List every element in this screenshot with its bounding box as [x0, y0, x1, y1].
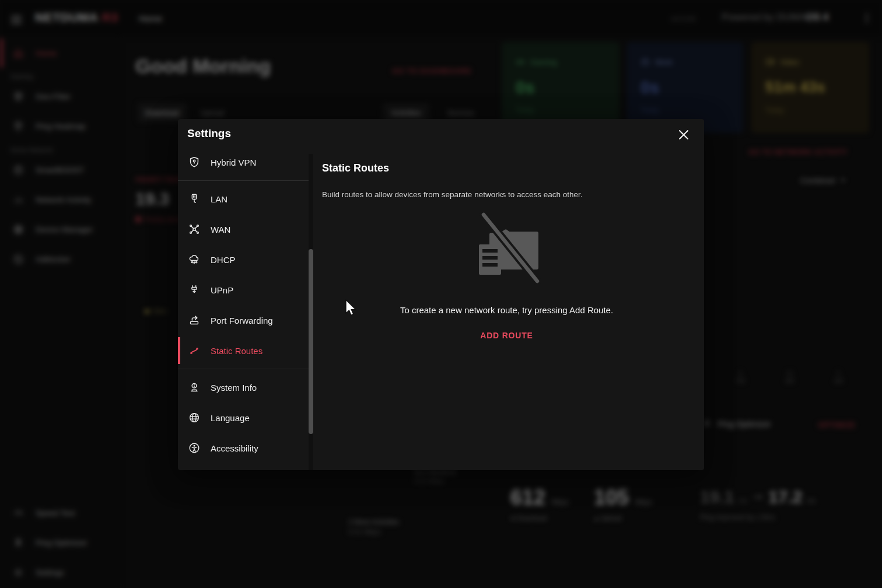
add-route-button[interactable]: ADD ROUTE: [322, 331, 691, 340]
settings-menu-item-system-info[interactable]: System Info: [178, 372, 309, 402]
empty-state-hint: To create a new network route, try press…: [322, 305, 691, 315]
settings-menu-item-label: Port Forwarding: [211, 316, 273, 326]
menu-scrollbar-thumb[interactable]: [309, 249, 313, 434]
accessibility-icon: [188, 442, 201, 454]
wan-icon: [188, 223, 201, 236]
settings-menu-item-label: Static Routes: [211, 346, 262, 356]
settings-menu-item-port-forwarding[interactable]: Port Forwarding: [178, 305, 309, 335]
settings-menu-item-label: DHCP: [211, 255, 236, 265]
close-button[interactable]: [677, 128, 691, 142]
settings-menu-item-label: Hybrid VPN: [211, 158, 256, 167]
settings-menu-item-label: Accessibility: [211, 443, 258, 453]
settings-menu-item-lan[interactable]: LAN: [178, 184, 309, 214]
settings-menu-item-upnp[interactable]: UPnP: [178, 275, 309, 305]
language-icon: [188, 411, 201, 424]
menu-divider: [178, 180, 309, 181]
settings-menu-item-accessibility[interactable]: Accessibility: [178, 433, 309, 463]
settings-menu-item-label: WAN: [211, 225, 230, 235]
system-info-icon: [188, 381, 201, 394]
settings-menu-item-label: System Info: [211, 383, 257, 393]
content-heading: Static Routes: [322, 162, 389, 174]
hybrid-vpn-icon: [188, 156, 201, 169]
settings-menu: Hybrid VPN LAN WAN DHCP UPnP Port Forw: [178, 147, 309, 463]
modal-title: Settings: [187, 127, 231, 140]
dhcp-icon: [188, 253, 201, 266]
settings-menu-item-label: Language: [211, 413, 250, 423]
upnp-icon: [188, 284, 201, 296]
settings-menu-item-wan[interactable]: WAN: [178, 214, 309, 244]
static-routes-icon: [188, 344, 201, 357]
lan-icon: [188, 192, 201, 205]
empty-state: [322, 212, 691, 288]
settings-menu-item-hybrid-vpn[interactable]: Hybrid VPN: [178, 147, 309, 177]
settings-menu-item-dhcp[interactable]: DHCP: [178, 244, 309, 275]
menu-divider: [178, 369, 309, 369]
mouse-cursor: [345, 299, 358, 317]
settings-menu-item-language[interactable]: Language: [178, 402, 309, 433]
settings-menu-item-label: LAN: [211, 194, 228, 204]
settings-modal: Settings Hybrid VPN LAN WAN DHCP: [178, 119, 704, 470]
settings-menu-item-label: UPnP: [211, 285, 233, 295]
no-routes-icon: [466, 212, 548, 286]
port-forwarding-icon: [188, 314, 201, 327]
settings-menu-item-static-routes[interactable]: Static Routes: [178, 335, 309, 366]
content-description: Build routes to allow devices from separ…: [322, 190, 582, 199]
app-window: NETDUMAR3 Home v4.0.216 Powered by DUMAO…: [0, 0, 882, 588]
close-icon: [677, 128, 690, 141]
